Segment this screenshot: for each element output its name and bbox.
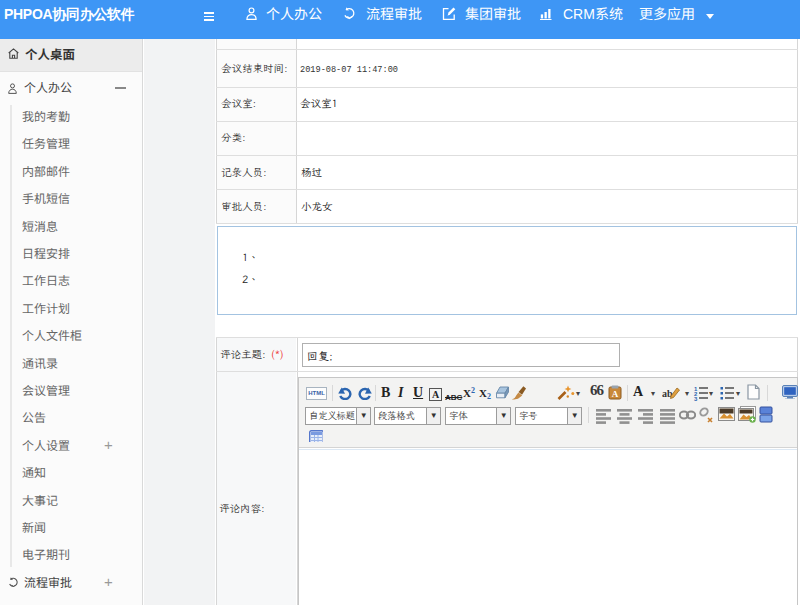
svg-text:A: A bbox=[612, 389, 619, 399]
svg-text:3: 3 bbox=[694, 396, 698, 402]
